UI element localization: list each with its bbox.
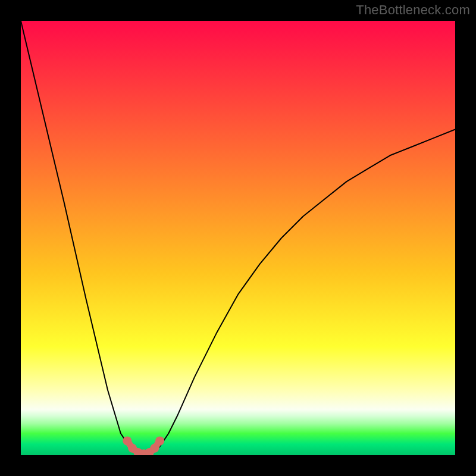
- chart-frame: TheBottleneck.com: [0, 0, 476, 476]
- watermark-text: TheBottleneck.com: [356, 2, 470, 18]
- bottleneck-curve: [21, 21, 455, 455]
- plot-area: [21, 21, 455, 455]
- highlight-dots: [123, 436, 164, 455]
- curve-layer: [21, 21, 455, 455]
- highlight-dot: [155, 436, 164, 445]
- highlight-dot: [150, 444, 159, 453]
- highlight-dot: [123, 436, 131, 445]
